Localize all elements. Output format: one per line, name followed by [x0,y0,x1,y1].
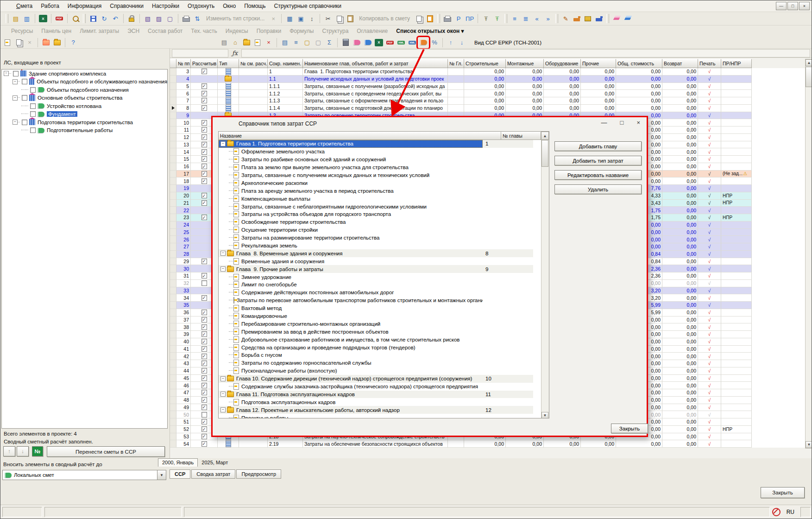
list-scroll-up-icon[interactable]: ▲ [541,132,549,140]
layers-blue-icon[interactable] [623,13,633,24]
add-folder-icon[interactable] [241,38,252,48]
cost-type-item[interactable]: Проектные работы [219,414,533,418]
column-header-4[interactable]: № см. расч. [239,59,268,68]
tree-item[interactable]: −Подготовка территории строительства [2,118,167,127]
calc-checkbox[interactable]: ✓ [201,383,207,388]
cost-type-item[interactable]: Командировочные [219,312,533,320]
list-doc-icon[interactable]: ≡ [291,38,301,48]
column-header-13[interactable]: Возврат [662,59,698,68]
calc-checkbox[interactable]: ✓ [201,434,207,439]
add-estimate-icon[interactable]: ▨ [154,13,164,24]
cost-type-item[interactable]: Затраты, связанные с неблагоприятными ги… [219,203,533,210]
tree-item[interactable]: −Здание спортивного комплекса [2,70,167,78]
insert-structure-icon[interactable]: ▥ [22,13,32,24]
calc-checkbox[interactable] [201,280,207,286]
calc-checkbox[interactable]: ✓ [201,127,207,133]
refresh-icon[interactable]: ↻ [99,13,109,24]
resources-icon[interactable]: ▦ [284,13,295,24]
panel-tab-9[interactable]: Формулы [285,28,318,34]
add-cost-type-button[interactable]: Добавить тип затрат [554,156,642,165]
copy-doc-icon[interactable] [13,38,24,48]
column-header-3[interactable]: Тип [218,59,239,68]
cost-type-item[interactable]: Добровольное страхование работников и им… [219,335,533,343]
chart-icon[interactable]: ▤ [219,38,229,48]
cost-type-item[interactable]: Временные здания и сооружения [219,257,533,265]
table-row[interactable]: 5✓1.1.1Затраты, связанные с получением (… [170,83,805,90]
cost-type-item[interactable]: Премированием за ввод в действие построе… [219,328,533,335]
cost-type-item[interactable]: Осушение территории стройки [219,226,533,234]
calc-checkbox[interactable]: ✓ [201,310,207,315]
estimate-pencil-icon[interactable]: ✎ [560,13,571,24]
panel-tab-8[interactable]: Поправки [252,28,285,34]
minimize-button[interactable]: — [776,2,787,10]
calc-checkbox[interactable]: ✓ [201,361,207,366]
cost-type-item[interactable]: Компенсационные выплаты [219,195,533,203]
panel-tab-7[interactable]: Индексы [221,28,252,34]
menu-item-7[interactable]: Окно [219,2,239,10]
xml-gz-icon[interactable]: XML [396,38,406,48]
cost-type-item[interactable]: −Глава 8. Временные здания и сооружения8 [219,249,533,257]
cost-type-item[interactable]: Рекультивация земель [219,242,533,250]
scroll-down-icon[interactable]: ▼ [806,441,812,448]
dialog-close-button[interactable]: Закрыть [611,424,648,433]
cost-type-item[interactable]: Освобождение территории строительства [219,218,533,226]
panel-tab-2[interactable]: Панель цен [37,28,76,34]
expand-branch-icon[interactable]: Ŧ [492,13,502,24]
calc-checkbox[interactable] [201,412,207,418]
calc-checkbox[interactable]: ✓ [201,273,207,278]
keyboard-language-indicator[interactable]: RU [783,509,798,515]
list-scrollbar[interactable]: ▼ [541,140,549,418]
cost-type-item[interactable]: Борьба с гнусом [219,351,533,359]
tree-checkbox[interactable] [30,103,36,109]
panel-tab-4[interactable]: ЭСН [123,28,144,34]
table-row[interactable]: 3✓1Глава 1. Подготовка территории строит… [170,68,805,76]
item-expand-icon[interactable]: − [220,141,226,146]
delete-doc-icon[interactable]: × [25,38,35,48]
blank-doc-icon[interactable]: ▢ [313,38,323,48]
column-header-9[interactable]: Монтажные [506,59,544,68]
copy-sheet-icon[interactable] [414,13,424,24]
import-archive-icon[interactable] [41,38,51,48]
print-form-icon[interactable] [442,13,453,24]
panel-tab-10[interactable]: Структура [318,28,352,34]
column-name-header[interactable]: Название [219,132,501,140]
tree-checkbox[interactable] [22,79,27,84]
transfer-estimates-button[interactable]: Перенести сметы в ССР [47,446,165,457]
help-icon[interactable]: ? [68,38,78,48]
tree-expand-icon[interactable]: − [13,95,18,101]
dialog-minimize-button[interactable]: — [601,119,607,126]
transport-truck-icon[interactable] [572,13,582,24]
column-header-15[interactable]: ПР/НПР [721,59,752,68]
move-rows-icon[interactable]: ⇅ [192,13,202,24]
add-doc2-icon[interactable] [252,38,263,48]
delete-button[interactable]: Удалить [554,184,642,194]
cost-type-item[interactable]: Затраты по содержанию горноспасательной … [219,359,533,367]
machines-truck-icon[interactable] [594,13,604,24]
column-header-5[interactable]: Сокр. наимен. [268,59,303,68]
book-pink-icon[interactable] [352,38,362,48]
table-vertical-scrollbar[interactable]: ▲ ▼ [805,59,812,449]
close-window-button[interactable]: × [799,2,810,10]
cost-type-item[interactable]: Содержание действующих постоянных автомо… [219,289,533,297]
insert-level-combobox[interactable]: Локальных смет ▼ [2,470,166,480]
tree-checkbox[interactable] [30,87,36,93]
list-scroll-down-icon[interactable]: ▼ [541,412,548,418]
panel-tab-11[interactable]: Оглавление [352,28,392,34]
act-doc-icon[interactable]: ▤ [280,38,290,48]
panel-tab-6[interactable]: Тех. часть [187,28,221,34]
main-close-button[interactable]: Закрыть [761,487,805,498]
scroll-up-icon[interactable]: ▲ [806,59,812,66]
new-doc-icon[interactable] [2,38,13,48]
calc-checkbox[interactable]: ✓ [201,368,207,373]
calc-checkbox[interactable]: ✓ [201,178,207,184]
tree-expand-icon[interactable]: − [13,120,18,125]
calc-checkbox[interactable]: ✓ [201,149,207,155]
menu-item-6[interactable]: Отдохнуть [184,2,218,10]
column-header-14[interactable]: Печать [698,59,721,68]
layers-pink-icon[interactable] [611,13,622,24]
calc-checkbox[interactable]: ✓ [201,346,207,352]
form-pr-icon[interactable]: ПР [465,13,475,24]
autosave-lock-icon[interactable] [126,13,137,24]
open-windows-tab[interactable]: Список открытых окон ▾ [392,28,468,34]
sigma-doc-icon[interactable]: Σ [324,38,334,48]
